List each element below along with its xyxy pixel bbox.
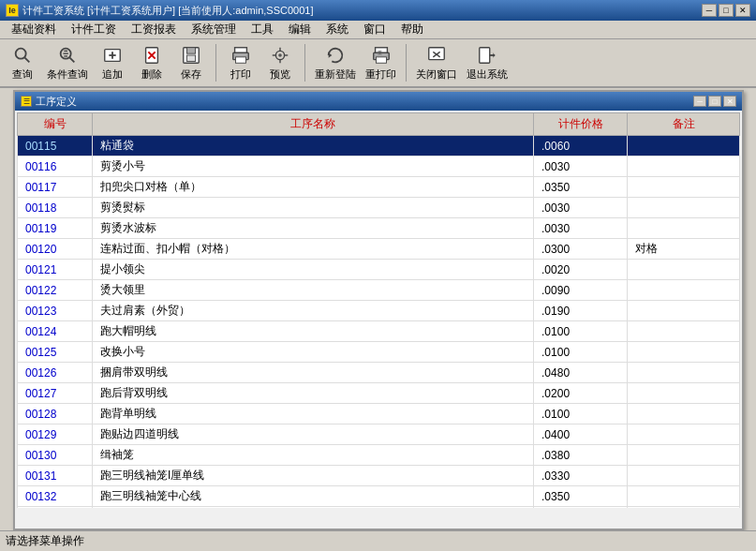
table-row[interactable]: 00130缉袖笼.0380 (18, 445, 740, 466)
table-row[interactable]: 00122烫大领里.0090 (18, 280, 740, 301)
maximize-button[interactable]: □ (719, 4, 734, 17)
cell-code: 00118 (18, 198, 93, 218)
cell-name: 剪烫水波标 (93, 218, 534, 239)
inner-close-button[interactable]: ✕ (723, 96, 736, 107)
cell-name: 扣兜尖口对格（单） (93, 177, 534, 198)
add-button[interactable]: 追加 (96, 42, 129, 83)
print-icon (230, 44, 252, 67)
cell-note (628, 156, 740, 177)
table-row[interactable]: 00120连粘过面、扣小帽（对格）.0300对格 (18, 239, 740, 260)
menu-item-report[interactable]: 工资报表 (124, 20, 184, 39)
exit-label: 退出系统 (467, 67, 508, 82)
cell-price: .0050 (534, 507, 628, 509)
table-row[interactable]: 00132跑三明线袖笼中心线.0350 (18, 486, 740, 507)
relogin-label: 重新登陆 (315, 67, 356, 82)
svg-point-0 (16, 49, 26, 59)
cell-note (628, 507, 740, 509)
close-button[interactable]: ✕ (735, 4, 750, 17)
reprint-button[interactable]: 重 重打印 (363, 42, 398, 83)
table-row[interactable]: 00127跑后背双明线.0200 (18, 383, 740, 404)
window-title: 计件工资系统 [计件工资系统用户] [当前使用人:admin,SSC0001] (22, 4, 702, 18)
cell-price: .0350 (534, 177, 628, 198)
cell-code: 00123 (18, 301, 93, 321)
cell-price: .0090 (534, 280, 628, 301)
cell-code: 00129 (18, 424, 93, 445)
cell-code: 00131 (18, 466, 93, 486)
table-row[interactable]: 00126捆肩带双明线.0480 (18, 363, 740, 383)
table-row[interactable]: 00117扣兜尖口对格（单）.0350 (18, 177, 740, 198)
filter-icon (56, 44, 79, 67)
print-label: 打印 (230, 67, 251, 82)
cell-price: .0190 (534, 301, 628, 321)
print-button[interactable]: 打印 (224, 42, 258, 83)
table-row[interactable]: 00119剪烫水波标.0030 (18, 218, 740, 239)
table-row[interactable]: 00131跑三明线袖笼I厘单线.0330 (18, 466, 740, 486)
cell-name: 缉袖笼 (93, 445, 534, 466)
table-container[interactable]: 编号 工序名称 计件价格 备注 00115粘通袋.006000116剪烫小号.0… (17, 112, 740, 508)
cell-note (628, 136, 740, 156)
cell-code: 00127 (18, 383, 93, 404)
menu-item-edit[interactable]: 编辑 (281, 20, 319, 39)
title-buttons: ─ □ ✕ (702, 4, 750, 17)
save-button[interactable]: 保存 (174, 42, 208, 83)
menu-item-system-mgmt[interactable]: 系统管理 (184, 20, 244, 39)
delete-label: 删除 (141, 67, 162, 82)
table-row[interactable]: 00115粘通袋.0060 (18, 136, 740, 156)
cell-price: .0100 (534, 342, 628, 363)
minimize-button[interactable]: ─ (702, 4, 717, 17)
toolbar-separator-3 (406, 44, 407, 82)
inner-minimize-button[interactable]: ─ (693, 96, 706, 107)
menu-item-piecework[interactable]: 计件工资 (64, 20, 124, 39)
col-header-name: 工序名称 (93, 113, 534, 136)
cell-note (628, 424, 740, 445)
cell-note (628, 342, 740, 363)
cell-price: .0030 (534, 156, 628, 177)
query-button[interactable]: 查询 (6, 42, 39, 83)
svg-rect-30 (429, 48, 445, 60)
filter-query-button[interactable]: 条件查询 (45, 42, 90, 83)
cell-note (628, 404, 740, 424)
cell-code: 00121 (18, 260, 93, 280)
table-row[interactable]: 00123夫过肩素（外贸）.0190 (18, 301, 740, 321)
close-window-button[interactable]: 关闭窗口 (414, 42, 459, 83)
cell-name: 跑背单明线 (93, 404, 534, 424)
table-row[interactable]: 00128跑背单明线.0100 (18, 404, 740, 424)
table-row[interactable]: 00116剪烫小号.0030 (18, 156, 740, 177)
delete-button[interactable]: 删除 (135, 42, 169, 83)
relogin-button[interactable]: 重新登陆 (313, 42, 358, 83)
menu-item-help[interactable]: 帮助 (393, 20, 431, 39)
cell-name: 跑后背双明线 (93, 383, 534, 404)
menu-item-tools[interactable]: 工具 (244, 20, 281, 39)
table-row[interactable]: 00133净袖笼.0050 (18, 507, 740, 509)
close-window-icon (425, 44, 448, 67)
inner-window-icon: ☰ (21, 96, 32, 107)
cell-price: .0030 (534, 218, 628, 239)
menu-item-window[interactable]: 窗口 (356, 20, 393, 39)
cell-name: 跑三明线袖笼中心线 (93, 486, 534, 507)
cell-note (628, 260, 740, 280)
table-row[interactable]: 00124跑大帽明线.0100 (18, 321, 740, 342)
cell-price: .0100 (534, 404, 628, 424)
col-header-code: 编号 (18, 113, 93, 136)
table-row[interactable]: 00121提小领尖.0020 (18, 260, 740, 280)
exit-button[interactable]: 退出系统 (465, 42, 510, 83)
preview-button[interactable]: 预览 (263, 42, 297, 83)
cell-name: 跑大帽明线 (93, 321, 534, 342)
cell-note (628, 301, 740, 321)
cell-note (628, 280, 740, 301)
menu-item-sys[interactable]: 系统 (319, 20, 356, 39)
table-row[interactable]: 00118剪烫熨标.0030 (18, 198, 740, 218)
inner-title-bar: ☰ 工序定义 ─ □ ✕ (15, 92, 742, 111)
svg-rect-18 (236, 57, 246, 63)
cell-name: 烫大领里 (93, 280, 534, 301)
cell-note (628, 486, 740, 507)
cell-code: 00120 (18, 239, 93, 260)
inner-maximize-button[interactable]: □ (708, 96, 721, 107)
menu-item-basic[interactable]: 基础资料 (4, 20, 64, 39)
data-table: 编号 工序名称 计件价格 备注 00115粘通袋.006000116剪烫小号.0… (17, 112, 740, 508)
table-row[interactable]: 00125改换小号.0100 (18, 342, 740, 363)
cell-note (628, 445, 740, 466)
toolbar-separator (215, 44, 216, 82)
cell-name: 连粘过面、扣小帽（对格） (93, 239, 534, 260)
table-row[interactable]: 00129跑贴边四道明线.0400 (18, 424, 740, 445)
